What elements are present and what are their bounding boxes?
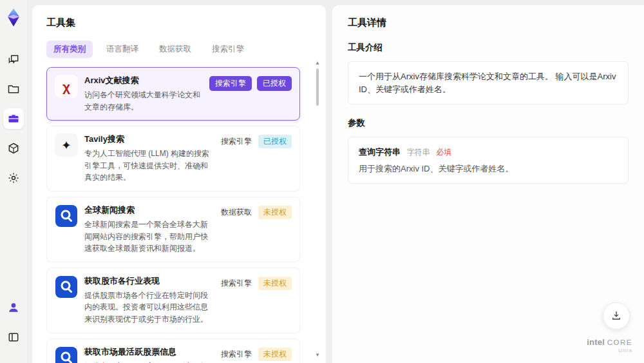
tool-icon: χ ✦ [55,275,78,299]
tool-list: χ ✦ Arxiv文献搜索 访问各个研究领域大量科学论文和文章的存储库。 搜索引… [46,67,312,363]
tool-category-tag: 搜索引擎 [220,277,253,290]
tool-list-item[interactable]: χ ✦ 全球新闻搜索 全球新闻搜索是一个聚合全球各大新闻网站内容的搜索引擎，帮助… [46,197,300,262]
panel-toggle-icon [7,331,20,344]
folder-icon [7,83,20,95]
sidebar-item-profile[interactable] [3,297,24,318]
app-root: 工具集 所有类别语言翻译数据获取搜索引擎 χ ✦ Arxiv文献搜索 访问各个研… [0,0,644,363]
tool-list-panel: 工具集 所有类别语言翻译数据获取搜索引擎 χ ✦ Arxiv文献搜索 访问各个研… [32,5,326,363]
tool-list-item[interactable]: χ ✦ Arxiv文献搜索 访问各个研究领域大量科学论文和文章的存储库。 搜索引… [46,67,300,121]
scrollbar-thumb[interactable] [316,68,319,106]
param-description: 用于搜索的Arxiv ID、关键字或作者姓名。 [359,162,618,175]
tool-list-item[interactable]: χ ✦ 获取市场最活跃股票信息 提供当天交易量最高的股票列表，投资者可以利用这些… [46,338,300,363]
tool-status-badge: 未授权 [258,277,292,290]
cube-icon [7,142,20,155]
params-heading: 参数 [348,117,629,129]
tool-icon: χ ✦ [55,75,78,98]
intro-card: 一个用于从Arxiv存储库搜索科学论文和文章的工具。 输入可以是Arxiv ID… [348,61,629,104]
sidebar-item-tools[interactable] [3,108,24,129]
tool-category-tag: 数据获取 [220,206,253,219]
sidebar-item-settings[interactable] [3,168,24,188]
tool-status-badge: 未授权 [258,348,292,361]
tool-name: 获取市场最活跃股票信息 [84,346,213,358]
tool-description: 提供当天交易量最高的股票列表，投资者可以利用这些信息来识别流动性强的股票和潜在的… [84,360,213,363]
intro-text: 一个用于从Arxiv存储库搜索科学论文和文章的工具。 输入可以是Arxiv ID… [359,72,616,94]
category-tab[interactable]: 数据获取 [152,41,198,58]
tool-name: Tavily搜索 [84,133,213,145]
params-card: 查询字符串 字符串 必填 用于搜索的Arxiv ID、关键字或作者姓名。 [348,137,629,184]
app-logo [5,8,22,27]
param-name: 查询字符串 [359,147,401,157]
scrollbar[interactable]: ▲ ▼ [314,61,321,359]
user-icon [7,301,20,314]
tool-icon: χ ✦ [55,133,78,157]
gear-icon [7,172,20,184]
sidebar-item-chat[interactable] [3,49,24,70]
intro-heading: 工具介绍 [348,42,629,54]
tool-icon: χ ✦ [55,204,78,228]
detail-title: 工具详情 [348,17,629,29]
tool-status-badge: 未授权 [258,206,292,219]
scroll-up-arrow[interactable]: ▲ [315,61,320,67]
category-tab[interactable]: 搜索引擎 [205,41,251,58]
param-item: 查询字符串 字符串 必填 用于搜索的Arxiv ID、关键字或作者姓名。 [359,146,618,175]
param-type: 字符串 [407,148,430,157]
tool-icon: χ ✦ [55,346,78,363]
scroll-down-arrow[interactable]: ▼ [315,353,320,359]
tool-description: 全球新闻搜索是一个聚合全球各大新闻网站内容的搜索引擎，帮助用户快速获取全球最新资… [84,219,213,255]
tool-name: 获取股市各行业表现 [84,275,213,287]
sidebar-item-folder[interactable] [3,79,24,99]
tool-list-item[interactable]: χ ✦ Tavily搜索 专为人工智能代理 (LLM) 构建的搜索引擎工具，可快… [46,126,300,191]
briefcase-icon [7,112,20,125]
tool-category-tag: 搜索引擎 [209,76,252,91]
intel-core-logo: intel core Ultra [587,338,632,354]
tool-list-item[interactable]: χ ✦ 获取股市各行业表现 提供股票市场各个行业在特定时间段内的表现。投资者可以… [46,268,300,333]
download-icon [611,309,622,323]
sidebar-item-collapse[interactable] [3,327,24,348]
tool-category-tag: 搜索引擎 [220,348,253,361]
category-tab[interactable]: 语言翻译 [99,41,146,58]
sidebar-item-package[interactable] [3,138,24,159]
param-required-badge: 必填 [436,148,451,157]
tool-status-badge: 已授权 [258,135,292,148]
tool-description: 专为人工智能代理 (LLM) 构建的搜索引擎工具，可快速提供实时、准确和真实的结… [84,148,213,184]
tool-category-tag: 搜索引擎 [220,135,253,148]
tool-detail-panel: 工具详情 工具介绍 一个用于从Arxiv存储库搜索科学论文和文章的工具。 输入可… [332,5,644,363]
page-title: 工具集 [46,17,312,29]
sidebar-rail [0,0,27,363]
scrollbar-track[interactable] [314,67,321,353]
download-button[interactable] [603,302,630,329]
tool-description: 提供股票市场各个行业在特定时间段内的表现。投资者可以利用这些信息来识别表现优于或… [84,289,213,326]
tool-name: 全球新闻搜索 [84,204,213,216]
tool-name: Arxiv文献搜索 [84,75,203,86]
category-tabs: 所有类别语言翻译数据获取搜索引擎 [46,41,312,58]
category-tab[interactable]: 所有类别 [46,41,93,58]
tool-status-badge: 已授权 [257,76,292,91]
tool-description: 访问各个研究领域大量科学论文和文章的存储库。 [84,89,203,113]
chat-icon [7,53,20,66]
params-list: 查询字符串 字符串 必填 用于搜索的Arxiv ID、关键字或作者姓名。 [359,146,618,175]
